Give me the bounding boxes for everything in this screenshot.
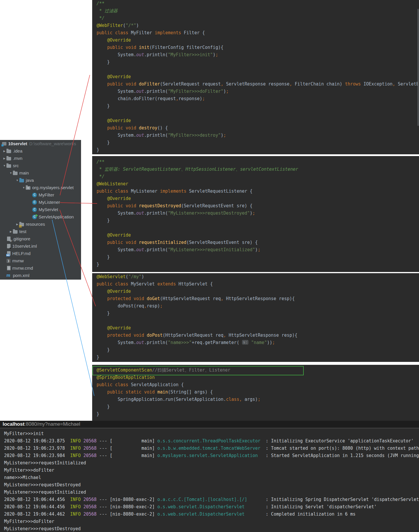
project-path: D:\software_ware\works: [29, 141, 76, 146]
editor-panel-myfilter[interactable]: /** * 过滤器 */@WebFilter("/*")public class…: [92, 0, 419, 154]
url-rest: :8080/my?name=Michael: [25, 421, 80, 427]
console-line: MyFilter>>>init: [0, 430, 419, 437]
editor-panel-mylistener[interactable]: /** * 监听器: ServletRequestListener、HttpSe…: [92, 156, 419, 272]
tree-item-label: mvnw.cmd: [12, 266, 33, 271]
code-line: chain.doFilter(request,response);: [92, 95, 419, 102]
console-output[interactable]: MyFilter>>>init2020-08-12 19:06:23.875 I…: [0, 428, 419, 532]
console-line: 2020-08-12 19:06:44.462 INFO 20568 --- […: [0, 511, 419, 518]
code-line: public void destroy() {: [92, 124, 419, 132]
code-line: }: [92, 410, 419, 418]
code-servletapplication: @ServletComponentScan//扫描Servlet、Filter、…: [92, 367, 419, 418]
folder-src-icon: [19, 179, 24, 182]
tree-item-10servlet-iml[interactable]: 10servlet.iml: [0, 242, 81, 250]
code-line: }: [92, 261, 419, 268]
class-icon: [32, 207, 37, 212]
tree-item-label: .idea: [13, 148, 23, 153]
code-line: @Override: [92, 73, 419, 81]
code-line: public class MyFilter implements Filter …: [92, 29, 419, 37]
editor-panel-servletapplication[interactable]: @ServletComponentScan//扫描Servlet、Filter、…: [92, 365, 419, 421]
folder-icon: [6, 150, 11, 153]
code-line: [92, 110, 419, 117]
console-line: MyFilter>>>doFilter: [0, 518, 419, 525]
console-line: name>>>Michael: [0, 474, 419, 481]
code-line: @ServletComponentScan//扫描Servlet、Filter、…: [92, 367, 419, 374]
project-tree-panel: 10servlet D:\software_ware\works ▶.idea▶…: [0, 140, 81, 280]
code-line: [92, 317, 419, 324]
tree-item-main[interactable]: ▼main: [0, 169, 81, 177]
chevron-down-icon[interactable]: ▼: [2, 164, 6, 167]
class-icon: [32, 193, 37, 197]
scrollbar[interactable]: [418, 9, 419, 126]
folder-icon: [13, 230, 18, 234]
chevron-down-icon[interactable]: ▼: [22, 186, 26, 189]
code-line: }: [92, 146, 419, 154]
code-line: * 监听器: ServletRequestListener、HttpSessio…: [92, 166, 419, 173]
tree-item-mvn[interactable]: ▶.mvn: [0, 155, 81, 162]
code-line: protected void doGet(HttpServletRequest …: [92, 295, 419, 302]
code-line: public void doFilter(ServletRequest requ…: [92, 81, 419, 88]
console-line: MyListener>>>requestInitialized: [0, 459, 419, 467]
tree-item-label: org.myslayers.servlet: [32, 185, 74, 190]
class-boot-icon: [32, 215, 37, 219]
code-line: public class MyListener implements Servl…: [92, 188, 419, 195]
code-line: System.out.println("MyFilter>>>init");: [92, 51, 419, 59]
code-line: }: [92, 139, 419, 146]
chevron-right-icon[interactable]: ▶: [2, 150, 6, 153]
file-cmd-icon: [7, 266, 11, 270]
tree-item-pom-xml[interactable]: pom.xml: [0, 272, 81, 279]
console-line: MyListener>>>requestDestroyed: [0, 525, 419, 532]
code-line: */: [92, 173, 419, 180]
code-line: public class ServletApplication {: [92, 381, 419, 389]
tree-item-test[interactable]: ▶test: [0, 228, 81, 235]
code-line: }: [92, 217, 419, 224]
tree-item-label: HELP.md: [12, 251, 30, 256]
code-line: /**: [92, 0, 419, 7]
tree-item-label: .gitignore: [12, 236, 30, 241]
tree-item-label: test: [19, 229, 26, 234]
code-line: }: [92, 346, 419, 354]
code-line: SpringApplication.run(ServletApplication…: [92, 396, 419, 403]
tree-item-mylistener[interactable]: MyListener: [0, 199, 81, 206]
tree-item-label: MyListener: [39, 200, 60, 205]
console-line: MyListener>>>requestInitialized: [0, 489, 419, 496]
tree-item-myservlet[interactable]: MyServlet: [0, 206, 81, 213]
chevron-down-icon[interactable]: ▼: [15, 179, 19, 182]
editor-panel-myservlet[interactable]: @WebServlet("/my")public class MyServlet…: [92, 273, 419, 362]
tree-item-help-md[interactable]: HELP.md: [0, 250, 81, 257]
tree-item-idea[interactable]: ▶.idea: [0, 147, 81, 155]
project-root-row[interactable]: 10servlet D:\software_ware\works: [0, 140, 81, 147]
project-name: 10servlet: [8, 141, 27, 146]
tree-item-java[interactable]: ▼java: [0, 177, 81, 184]
package-icon: [26, 186, 30, 190]
code-line: public void requestDestroyed(ServletRequ…: [92, 202, 419, 210]
tree-item-src[interactable]: ▼src: [0, 162, 81, 169]
code-line: System.out.println("MyListener>>>request…: [92, 210, 419, 217]
tree-item-servletapplication[interactable]: ServletApplication: [0, 213, 81, 220]
code-line: System.out.println("MyFilter>>>doFilter"…: [92, 88, 419, 95]
code-line: */: [92, 15, 419, 22]
code-line: [92, 66, 419, 73]
tree-item-gitignore[interactable]: .gitignore: [0, 235, 81, 242]
tree-item-label: .mvn: [13, 156, 23, 161]
console-line: 2020-08-12 19:06:44.456 INFO 20568 --- […: [0, 503, 419, 511]
tree-item-org-myslayers-servlet[interactable]: ▼org.myslayers.servlet: [0, 184, 81, 191]
folder-icon: [6, 157, 11, 160]
file-mvn-icon: [6, 273, 11, 278]
chevron-right-icon[interactable]: ▶: [2, 157, 6, 160]
code-line: public static void main(String[] args) {: [92, 389, 419, 396]
tree-item-mvnw-cmd[interactable]: mvnw.cmd: [0, 264, 81, 272]
tree-item-mvnw[interactable]: mvnw: [0, 257, 81, 264]
chevron-right-icon[interactable]: ▶: [9, 230, 13, 233]
browser-address-bar[interactable]: localhost:8080/my?name=Michael: [0, 421, 419, 428]
code-line: @Override: [92, 117, 419, 124]
tree-item-myfilter[interactable]: MyFilter: [0, 191, 81, 199]
chevron-down-icon[interactable]: ▼: [9, 172, 13, 175]
tree-item-label: MyFilter: [39, 192, 54, 197]
code-line: [92, 224, 419, 232]
file-run-icon: [6, 259, 11, 263]
console-line: 2020-08-12 19:06:23.984 INFO 20568 --- […: [0, 452, 419, 459]
code-line: public void requestInitialized(ServletRe…: [92, 239, 419, 246]
chevron-right-icon[interactable]: ▶: [15, 223, 19, 226]
parameter-hint-inlay: s:: [242, 340, 248, 345]
tree-item-resources[interactable]: ▶resources: [0, 220, 81, 228]
